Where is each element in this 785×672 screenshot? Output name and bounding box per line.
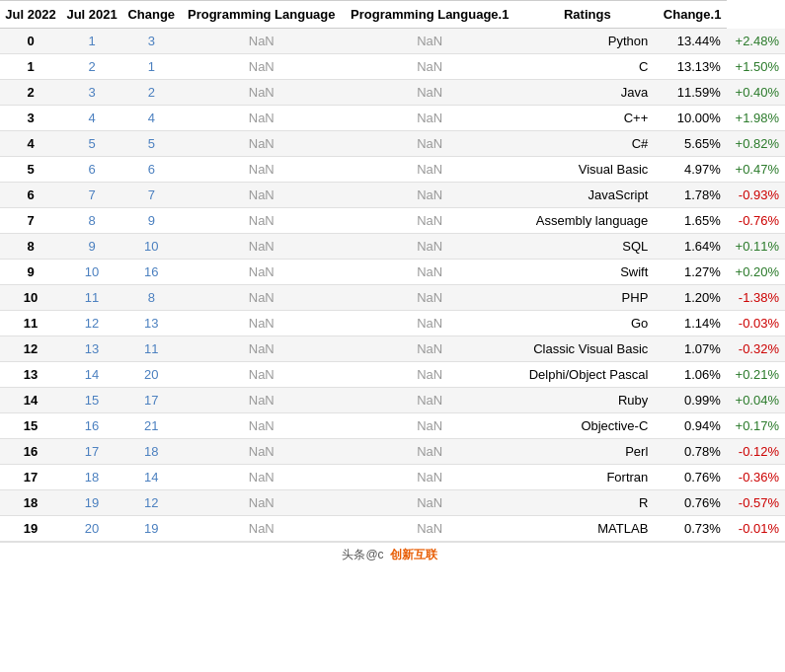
cell-change1: +1.98% (727, 106, 785, 131)
cell-change: NaN (180, 234, 343, 260)
cell-ratings: 0.76% (658, 490, 727, 516)
cell-change1: +0.04% (727, 388, 785, 413)
cell-change: NaN (180, 490, 343, 516)
cell-index: 18 (0, 490, 61, 516)
cell-index: 16 (0, 439, 61, 465)
cell-jul2022: 15 (61, 388, 122, 413)
table-row: 121NaNNaNC13.13%+1.50% (0, 54, 785, 80)
cell-change: NaN (180, 157, 343, 183)
cell-jul2022: 13 (61, 336, 122, 362)
cell-jul2022: 16 (61, 413, 122, 439)
header-jul2022: Jul 2022 (0, 1, 61, 29)
cell-change1: +0.40% (727, 80, 785, 106)
cell-jul2021: 8 (122, 285, 180, 311)
cell-ratings: 0.78% (658, 439, 727, 465)
cell-prog-lang1: SQL (516, 234, 658, 260)
cell-jul2022: 14 (61, 362, 122, 388)
cell-change: NaN (180, 413, 343, 439)
cell-change1: +0.20% (727, 260, 785, 285)
cell-change: NaN (180, 80, 343, 106)
cell-prog-lang1: C (516, 54, 658, 80)
cell-change1: +2.48% (727, 29, 785, 54)
cell-prog-lang: NaN (343, 54, 516, 80)
cell-change1: +1.50% (727, 54, 785, 80)
cell-prog-lang: NaN (343, 234, 516, 260)
table-row: 91016NaNNaNSwift1.27%+0.20% (0, 260, 785, 285)
cell-change1: -0.01% (727, 516, 785, 542)
header-change1: Change.1 (658, 1, 727, 29)
cell-jul2021: 4 (122, 106, 180, 131)
cell-jul2021: 13 (122, 311, 180, 336)
cell-ratings: 0.76% (658, 465, 727, 490)
header-prog-lang1: Programming Language.1 (343, 1, 516, 29)
cell-prog-lang: NaN (343, 311, 516, 336)
cell-change: NaN (180, 131, 343, 157)
cell-prog-lang: NaN (343, 490, 516, 516)
cell-jul2022: 20 (61, 516, 122, 542)
cell-jul2021: 19 (122, 516, 180, 542)
cell-ratings: 0.99% (658, 388, 727, 413)
cell-ratings: 10.00% (658, 106, 727, 131)
table-row: 013NaNNaNPython13.44%+2.48% (0, 29, 785, 54)
cell-index: 5 (0, 157, 61, 183)
cell-change: NaN (180, 362, 343, 388)
cell-change: NaN (180, 336, 343, 362)
cell-jul2021: 1 (122, 54, 180, 80)
cell-change1: -0.03% (727, 311, 785, 336)
cell-index: 14 (0, 388, 61, 413)
cell-prog-lang: NaN (343, 465, 516, 490)
cell-change: NaN (180, 465, 343, 490)
cell-prog-lang: NaN (343, 29, 516, 54)
cell-jul2021: 5 (122, 131, 180, 157)
cell-jul2021: 18 (122, 439, 180, 465)
cell-index: 3 (0, 106, 61, 131)
cell-jul2021: 7 (122, 183, 180, 208)
cell-change: NaN (180, 29, 343, 54)
cell-index: 1 (0, 54, 61, 80)
cell-change1: +0.21% (727, 362, 785, 388)
cell-change: NaN (180, 106, 343, 131)
table-row: 677NaNNaNJavaScript1.78%-0.93% (0, 183, 785, 208)
cell-change1: +0.47% (727, 157, 785, 183)
cell-prog-lang1: Ruby (516, 388, 658, 413)
cell-index: 13 (0, 362, 61, 388)
cell-jul2022: 5 (61, 131, 122, 157)
cell-change1: -0.32% (727, 336, 785, 362)
cell-jul2022: 9 (61, 234, 122, 260)
cell-change1: -0.36% (727, 465, 785, 490)
cell-jul2021: 20 (122, 362, 180, 388)
cell-jul2021: 2 (122, 80, 180, 106)
cell-jul2021: 14 (122, 465, 180, 490)
cell-prog-lang: NaN (343, 439, 516, 465)
cell-jul2022: 7 (61, 183, 122, 208)
cell-prog-lang: NaN (343, 285, 516, 311)
cell-ratings: 1.20% (658, 285, 727, 311)
cell-change: NaN (180, 439, 343, 465)
cell-ratings: 1.78% (658, 183, 727, 208)
cell-prog-lang1: Fortran (516, 465, 658, 490)
cell-index: 0 (0, 29, 61, 54)
cell-jul2022: 18 (61, 465, 122, 490)
cell-ratings: 5.65% (658, 131, 727, 157)
cell-jul2021: 3 (122, 29, 180, 54)
cell-jul2022: 12 (61, 311, 122, 336)
cell-index: 19 (0, 516, 61, 542)
table-header-row: Jul 2022 Jul 2021 Change Programming Lan… (0, 1, 785, 29)
cell-prog-lang1: Java (516, 80, 658, 106)
cell-prog-lang1: MATLAB (516, 516, 658, 542)
cell-index: 10 (0, 285, 61, 311)
cell-ratings: 11.59% (658, 80, 727, 106)
cell-ratings: 0.73% (658, 516, 727, 542)
table-row: 10118NaNNaNPHP1.20%-1.38% (0, 285, 785, 311)
cell-prog-lang1: C# (516, 131, 658, 157)
cell-prog-lang: NaN (343, 183, 516, 208)
cell-change: NaN (180, 183, 343, 208)
cell-index: 6 (0, 183, 61, 208)
cell-prog-lang1: Delphi/Object Pascal (516, 362, 658, 388)
cell-index: 8 (0, 234, 61, 260)
header-prog-lang: Programming Language (180, 1, 343, 29)
cell-prog-lang: NaN (343, 362, 516, 388)
cell-prog-lang: NaN (343, 336, 516, 362)
cell-change1: -0.12% (727, 439, 785, 465)
cell-index: 12 (0, 336, 61, 362)
